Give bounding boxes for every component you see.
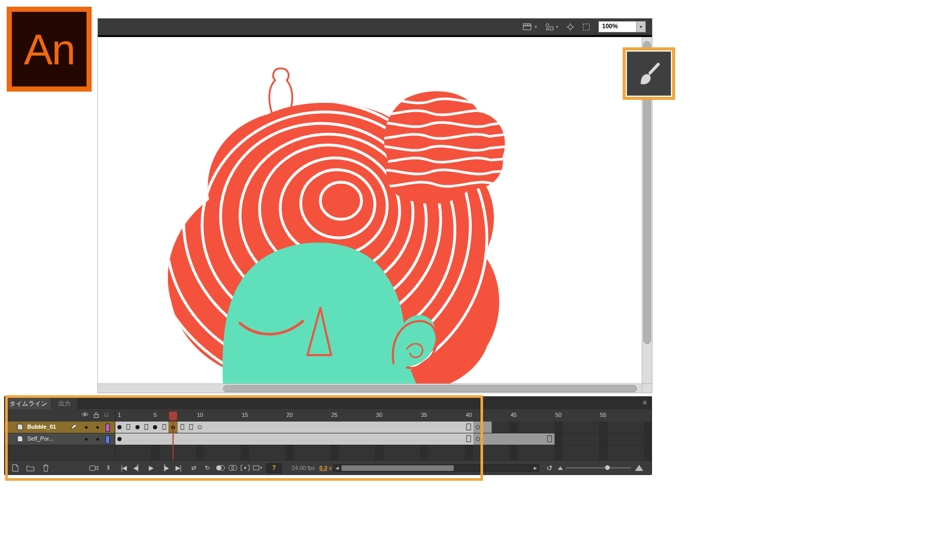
brush-tool-highlight-box	[623, 47, 675, 100]
show-hide-all-layers-icon[interactable]	[81, 412, 89, 418]
center-stage-icon[interactable]	[566, 23, 574, 31]
layer-outline-color-swatch[interactable]	[106, 424, 110, 432]
layer-lock-dot[interactable]	[96, 438, 99, 441]
frame-marker[interactable]	[198, 425, 202, 429]
layer-panel-divider[interactable]	[115, 409, 115, 460]
stage-zoom-value: 100%	[599, 22, 636, 32]
timeline-zoom-slider[interactable]	[566, 467, 631, 468]
tab-output[interactable]: 出力	[52, 398, 77, 409]
stage-zoom-select[interactable]: 100% ▾	[598, 21, 646, 32]
loop-playback-button[interactable]: ↻	[201, 461, 213, 475]
edit-scene-caret-icon: ▾	[535, 24, 537, 29]
frame-rate-label[interactable]: 24.00 fps	[287, 461, 320, 475]
ruler-frame-number: 10	[197, 412, 203, 418]
tab-timeline[interactable]: タイムライン	[6, 398, 51, 409]
lock-unlock-all-layers-icon[interactable]	[94, 412, 99, 419]
brush-icon	[637, 61, 661, 86]
onion-skin-outlines-button[interactable]	[227, 461, 238, 475]
timeline-zoom-in-icon[interactable]	[634, 461, 644, 475]
clip-content-icon[interactable]	[582, 23, 590, 31]
center-frame-button[interactable]: ⇄	[188, 461, 199, 475]
timeline-ruler[interactable]: □ 1510152025303540455055	[5, 409, 651, 422]
onion-skin-button[interactable]	[215, 461, 226, 475]
timeline-scroll-right-icon[interactable]: ▶	[532, 465, 539, 471]
layer-visibility-dot[interactable]	[85, 438, 88, 441]
elapsed-time-unit: s	[329, 465, 332, 471]
layer-visibility-dot[interactable]	[85, 426, 88, 429]
modify-markers-button[interactable]	[252, 461, 263, 475]
play-button[interactable]: ▶	[145, 461, 157, 475]
layer-name[interactable]: Self_Por...	[27, 435, 54, 442]
horizontal-scroll-thumb[interactable]	[223, 385, 638, 392]
frame-marker[interactable]	[153, 425, 157, 429]
ruler-frame-number: 45	[510, 412, 517, 418]
frame-marker[interactable]	[180, 424, 184, 430]
frame-marker[interactable]	[117, 425, 122, 429]
frame-marker[interactable]	[467, 435, 471, 442]
layer-item[interactable]: Self_Por...	[5, 433, 115, 445]
frame-span[interactable]	[115, 433, 474, 445]
layer-outline-color-swatch[interactable]	[106, 435, 110, 444]
ruler-frame-number: 5	[153, 412, 157, 418]
ruler-frame-number: 30	[376, 412, 382, 418]
new-folder-button[interactable]	[24, 461, 37, 475]
frame-marker[interactable]	[189, 424, 193, 430]
timeline-zoom-slider-thumb[interactable]	[605, 465, 610, 470]
brush-tool-button[interactable]	[627, 51, 671, 96]
edit-symbols-icon[interactable]: ▾	[545, 23, 558, 30]
new-layer-button[interactable]	[9, 461, 21, 475]
timeline-zoom-out-icon[interactable]	[557, 461, 564, 475]
frame-marker[interactable]	[135, 425, 140, 429]
panel-menu-icon[interactable]: ≡	[643, 398, 647, 407]
stage-window: ▾ ▾ 100% ▾	[98, 19, 652, 393]
ruler-frame-number: 35	[421, 412, 427, 418]
stage-canvas[interactable]	[98, 37, 642, 383]
step-back-button[interactable]: ◀▏	[131, 461, 144, 475]
step-forward-button[interactable]: ▕▶	[158, 461, 170, 475]
ruler-frame-number: 50	[555, 412, 561, 418]
elapsed-time-label: 0.3 s	[317, 461, 334, 475]
frame-marker[interactable]	[127, 424, 130, 430]
layer-page-icon	[17, 424, 23, 431]
outline-view-all-layers-icon[interactable]: □	[105, 411, 108, 417]
ruler-frame-number: 1	[118, 412, 121, 418]
frame-marker[interactable]	[467, 424, 471, 430]
timeline-horizontal-scrollbar[interactable]: ◀ ▶	[333, 464, 539, 472]
layer-item[interactable]: Bubble_01	[5, 422, 115, 433]
stage-zoom-caret-icon[interactable]: ▾	[636, 22, 645, 32]
delete-layer-button[interactable]	[40, 461, 52, 475]
frame-marker[interactable]	[117, 437, 122, 441]
frame-marker[interactable]	[476, 437, 480, 441]
current-frame-indicator[interactable]: 7	[266, 463, 282, 473]
playhead-handle[interactable]	[169, 411, 178, 421]
timeline-layer-row[interactable]: Bubble_01	[5, 422, 651, 433]
frame-span[interactable]	[473, 433, 555, 445]
parent-view-icon[interactable]: ‖	[104, 461, 113, 475]
ruler-frame-number: 40	[466, 412, 472, 418]
camera-icon[interactable]	[87, 461, 100, 475]
first-frame-button[interactable]: |◀	[117, 461, 130, 475]
timeline-frames-area[interactable]: Bubble_01Self_Por...	[5, 422, 651, 460]
elapsed-time-value[interactable]: 0.3	[319, 465, 327, 471]
layer-lock-dot[interactable]	[96, 426, 99, 429]
timeline-layer-row[interactable]: Self_Por...	[5, 433, 651, 445]
timeline-controls: ‖ |◀ ◀▏ ▶ ▕▶ ▶| ⇄ ↻ 7 24.00 fps 0.3	[5, 460, 651, 475]
edit-multiple-frames-button[interactable]	[239, 461, 251, 475]
ruler-frame-number: 55	[600, 412, 606, 418]
ruler-frame-number: 20	[286, 412, 293, 418]
timeline-scroll-left-icon[interactable]: ◀	[334, 465, 340, 471]
reset-timeline-zoom-button[interactable]: ↺	[543, 461, 555, 475]
timeline-scroll-thumb[interactable]	[341, 465, 454, 471]
playhead-line[interactable]	[173, 417, 174, 460]
stage-toolbar: ▾ ▾ 100% ▾	[98, 19, 652, 37]
frame-marker[interactable]	[476, 425, 480, 429]
last-frame-button[interactable]: ▶|	[171, 461, 185, 475]
frame-marker[interactable]	[547, 435, 552, 442]
stage-horizontal-scrollbar[interactable]	[98, 383, 642, 393]
frame-marker[interactable]	[162, 424, 166, 430]
edit-scene-icon[interactable]: ▾	[523, 23, 537, 31]
frame-marker[interactable]	[144, 424, 148, 430]
adobe-animate-logo-text: An	[24, 28, 75, 71]
layer-name[interactable]: Bubble_01	[27, 424, 56, 430]
topknot-outline	[269, 68, 293, 113]
